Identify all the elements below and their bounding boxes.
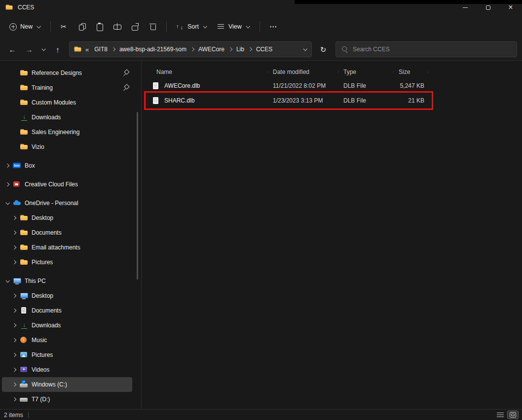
breadcrumb-segment: GIT8 (92, 44, 117, 54)
sidebar-item-icon (20, 84, 29, 92)
sidebar-item-label: Sales Engineering (32, 129, 79, 136)
breadcrumb-separator-icon[interactable] (227, 47, 234, 52)
column-name-label: Name (156, 69, 172, 75)
minimize-icon (463, 7, 468, 8)
breadcrumb-item[interactable]: CCES (254, 44, 275, 54)
cut-button[interactable] (56, 19, 73, 34)
sidebar-scrollbar[interactable] (137, 112, 138, 280)
address-dropdown-icon[interactable] (302, 47, 307, 52)
details-view-button[interactable] (495, 411, 506, 419)
new-button[interactable]: New (5, 20, 45, 34)
copy-button[interactable] (74, 19, 90, 34)
sidebar-item-icon (20, 229, 29, 237)
expand-chevron-icon[interactable] (12, 338, 17, 343)
expand-chevron-icon[interactable] (12, 293, 17, 298)
delete-button[interactable] (145, 19, 161, 34)
sidebar-item[interactable]: Creative Cloud Files (2, 177, 132, 192)
breadcrumb-item[interactable]: GIT8 (92, 44, 110, 54)
sidebar-item-icon (20, 351, 29, 359)
sidebar-item[interactable]: Windows (C:) (2, 377, 132, 392)
sidebar-item[interactable]: Downloads (2, 318, 132, 333)
sidebar-item-label: Documents (32, 229, 62, 236)
recent-locations-button[interactable] (38, 42, 48, 57)
expand-chevron-icon[interactable] (12, 367, 17, 372)
forward-button[interactable] (22, 42, 37, 57)
sidebar-item[interactable]: This PC (2, 274, 132, 288)
sidebar-item[interactable]: Pictures (2, 255, 132, 270)
breadcrumb-separator-icon[interactable] (189, 47, 196, 52)
breadcrumb-item[interactable]: AWECore (196, 44, 227, 54)
sidebar-item-icon (20, 113, 29, 121)
window-folder-icon (5, 4, 14, 11)
address-bar[interactable]: GIT8 awe8-bsp-adi-21569-som AWECore Lib (69, 41, 312, 57)
paste-icon (96, 23, 104, 31)
sidebar-item[interactable]: OneDrive - Personal (2, 196, 132, 210)
sidebar-item[interactable]: Reference Designs (2, 66, 132, 80)
sidebar-item[interactable]: Sales Engineering (2, 125, 132, 140)
breadcrumb-separator-icon[interactable] (110, 47, 117, 52)
expand-chevron-icon[interactable] (12, 323, 17, 328)
paste-button[interactable] (91, 19, 108, 34)
sidebar-item[interactable]: Box (2, 158, 132, 173)
file-type: DLB File (338, 82, 394, 89)
sidebar-item-label: Videos (32, 366, 49, 373)
breadcrumb-separator-icon[interactable] (247, 47, 254, 52)
file-row[interactable]: AWECore.dlb 11/21/2022 8:02 PM DLB File … (146, 78, 431, 93)
more-button[interactable] (265, 19, 282, 34)
toolbar-divider (166, 21, 167, 32)
expand-chevron-icon[interactable] (12, 245, 17, 250)
sort-button[interactable]: Sort (172, 19, 212, 34)
expand-chevron-icon[interactable] (12, 397, 17, 402)
file-row[interactable]: SHARC.dlb 1/23/2023 3:13 PM DLB File 21 … (146, 93, 431, 108)
share-button[interactable] (127, 19, 144, 34)
sidebar-item[interactable]: Custom Modules (2, 95, 132, 110)
large-icons-view-button[interactable] (508, 411, 518, 419)
breadcrumb-folder-icon (74, 46, 82, 53)
address-row: GIT8 awe8-bsp-adi-21569-som AWECore Lib (0, 38, 522, 60)
back-button[interactable] (5, 42, 20, 57)
sidebar-item-label: OneDrive - Personal (25, 200, 78, 207)
sidebar-item[interactable]: Vizio (2, 140, 132, 154)
expand-chevron-icon[interactable] (12, 260, 17, 265)
expand-chevron-icon[interactable] (5, 163, 10, 168)
sidebar-item[interactable]: Desktop (2, 288, 132, 303)
expand-chevron-icon[interactable] (12, 230, 17, 235)
breadcrumb-item[interactable]: awe8-bsp-adi-21569-som (117, 44, 189, 54)
expand-chevron-icon[interactable] (5, 279, 10, 283)
expand-chevron-icon[interactable] (5, 201, 10, 206)
sidebar-item[interactable]: Desktop (2, 210, 132, 225)
sidebar-item[interactable]: Documents (2, 225, 132, 240)
expand-chevron-icon[interactable] (12, 382, 17, 387)
expand-chevron-icon[interactable] (12, 308, 17, 313)
sidebar-item[interactable]: T7 (D:) (2, 392, 132, 407)
sidebar-item[interactable]: Downloads (2, 110, 132, 125)
search-input[interactable] (353, 46, 511, 53)
sidebar-item[interactable]: Music (2, 333, 132, 348)
column-header-type[interactable]: Type (338, 69, 394, 75)
column-headers: Name Date modified Type Size (146, 66, 522, 78)
breadcrumb-overflow-icon[interactable] (85, 46, 89, 53)
column-header-date-modified[interactable]: Date modified (268, 69, 338, 75)
up-button[interactable] (50, 42, 65, 57)
column-header-size[interactable]: Size (394, 69, 428, 75)
sidebar-item-icon (20, 99, 29, 106)
expand-chevron-icon[interactable] (12, 215, 17, 220)
sidebar-item[interactable]: Pictures (2, 348, 132, 362)
file-size: 5,247 KB (394, 82, 428, 89)
sidebar-item-icon (20, 69, 29, 77)
expand-chevron-icon[interactable] (12, 352, 17, 357)
sidebar-item-label: Music (32, 337, 47, 344)
sidebar-item[interactable]: Training (2, 80, 132, 95)
rename-button[interactable] (109, 19, 126, 34)
sidebar-item[interactable]: Documents (2, 303, 132, 318)
refresh-button[interactable] (316, 42, 331, 57)
sidebar-item[interactable]: Videos (2, 362, 132, 377)
breadcrumb-segment: awe8-bsp-adi-21569-som (117, 44, 196, 54)
screen-edge-strip (295, 0, 522, 4)
sidebar-item[interactable]: Email attachments (2, 240, 132, 255)
search-box[interactable] (336, 41, 517, 57)
column-header-name[interactable]: Name (146, 69, 268, 75)
breadcrumb-item[interactable]: Lib (234, 44, 247, 54)
expand-chevron-icon[interactable] (5, 182, 10, 187)
view-button[interactable]: View (213, 19, 255, 34)
